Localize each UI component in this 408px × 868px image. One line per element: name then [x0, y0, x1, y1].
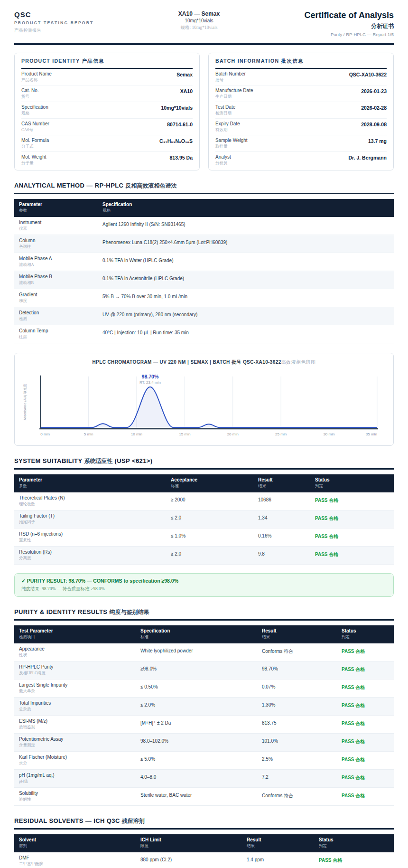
column-header: ICH Limit限度 — [136, 834, 242, 852]
certificate-page: QSC PRODUCT TESTING REPORT 产品检测报告 XA10 —… — [0, 0, 408, 868]
column-header: Parameter参数 — [14, 474, 166, 492]
status-badge: PASS 合格 — [314, 852, 394, 868]
header-divider-bar — [14, 43, 394, 45]
status-badge: PASS 合格 — [310, 510, 394, 528]
table-row: RSD (n=6 injections)重复性≤ 1.0%0.16%PASS 合… — [14, 528, 394, 547]
kv-row: Mol. Formula分子式C₃₇H₅₁N₉O₁₀S — [21, 135, 193, 152]
column-header: Solvent溶剂 — [14, 834, 136, 852]
card-title: BATCH INFORMATION 批次信息 — [215, 58, 387, 69]
table-row: RP-HPLC Purity反相HPLC纯度≥98.0%98.70%PASS 合… — [14, 661, 394, 679]
kv-value: 2026-02-28 — [361, 104, 387, 111]
table-row: Solubility溶解性Sterile water, BAC waterCon… — [14, 788, 394, 806]
kv-value: Dr. J. Bergmann — [348, 154, 387, 160]
y-axis-label: Absorbance (AU) 吸光度 — [23, 384, 27, 421]
kv-row: Manufacture Date生产日期2026-01-23 — [215, 85, 387, 102]
product-spec-cn: 规格: 10mg*10vials — [178, 25, 220, 31]
section-heading-analytical-method: ANALYTICAL METHOD — RP-HPLC 反相高效液相色谱法 — [14, 182, 394, 194]
kv-value: QSC-XA10-3622 — [349, 71, 387, 77]
column-header: Result结果 — [242, 834, 314, 852]
kv-row: CAS NumberCAS号80714-61-0 — [21, 119, 193, 135]
table-row: DMF二甲基甲酰胺880 ppm (Cl.2)1.4 ppmPASS 合格 — [14, 852, 394, 868]
status-badge: PASS 合格 — [310, 492, 394, 510]
coa-title-block: Certificate of Analysis 分析证书 Purity / RP… — [305, 10, 394, 37]
batch-information-card: BATCH INFORMATION 批次信息 Batch Number批号QSC… — [208, 53, 394, 170]
chromatogram-trace — [40, 387, 377, 427]
kv-row: Specification规格10mg*10vials — [21, 102, 193, 119]
kv-row: Product Name产品名称Semax — [21, 69, 193, 85]
column-header: Result结果 — [257, 625, 337, 643]
status-badge: PASS 合格 — [337, 679, 394, 698]
kv-value: 813.95 Da — [170, 154, 193, 160]
product-spec: 10mg*10vials — [178, 18, 220, 23]
section-heading-purity-results: PURITY & IDENTITY RESULTS 纯度与鉴别结果 — [14, 608, 394, 621]
kv-value: 80714-61-0 — [167, 121, 193, 127]
table-row: ESI-MS (M/z)质谱鉴别[M+H]⁺ ± 2 Da813.75PASS … — [14, 716, 394, 734]
page-subtitle: Purity / RP-HPLC — Report 1/5 — [305, 32, 394, 37]
column-header: Acceptance标准 — [166, 474, 253, 492]
purity-result-line: ✓ PURITY RESULT: 98.70% — CONFORMS to sp… — [21, 578, 387, 584]
page-title: Certificate of Analysis — [305, 10, 394, 20]
table-row: Column Temp柱温40°C | Injection: 10 μL | R… — [14, 325, 394, 343]
status-badge: PASS 合格 — [337, 643, 394, 661]
column-header: Result结果 — [253, 474, 310, 492]
product-identity-card: PRODUCT IDENTITY 产品信息 Product Name产品名称Se… — [14, 53, 200, 170]
product-title: XA10 — Semax — [178, 10, 220, 17]
chromatogram-plot: 98.70% RT: 23.4 min Absorbance (AU) 吸光度 … — [20, 369, 388, 443]
column-header: Test Parameter检测项目 — [14, 625, 136, 643]
purity-results-table: Test Parameter检测项目 Specification标准 Resul… — [14, 625, 394, 806]
kv-row: Sample Weight取样量13.7 mg — [215, 135, 387, 152]
brand-subtitle-cn: 产品检测报告 — [14, 28, 93, 34]
kv-row: Expiry Date有效期2028-09-08 — [215, 119, 387, 135]
kv-value: 2028-09-08 — [361, 121, 387, 127]
column-header: Parameter参数 — [14, 199, 98, 217]
table-row: Tailing Factor (T)拖尾因子≤ 2.01.34PASS 合格 — [14, 510, 394, 528]
header: QSC PRODUCT TESTING REPORT 产品检测报告 XA10 —… — [14, 10, 394, 37]
chromatogram-svg: 98.70% RT: 23.4 min Absorbance (AU) 吸光度 … — [20, 369, 388, 441]
table-row: Detection检测UV @ 220 nm (primary), 280 nm… — [14, 307, 394, 325]
status-badge: PASS 合格 — [310, 528, 394, 547]
x-tick: 15 min — [179, 432, 190, 436]
chart-title: HPLC CHROMATOGRAM — UV 220 NM | SEMAX | … — [20, 359, 388, 366]
brand-subtitle: PRODUCT TESTING REPORT — [14, 20, 93, 25]
analytical-method-table: Parameter参数 Specification规格 Instrument仪器… — [14, 199, 394, 343]
kv-value: Semax — [176, 71, 193, 77]
card-title: PRODUCT IDENTITY 产品信息 — [21, 58, 193, 69]
kv-value: 10mg*10vials — [161, 104, 193, 111]
status-badge: PASS 合格 — [337, 698, 394, 716]
table-row: Resolution (Rs)分离度≥ 2.09.8PASS 合格 — [14, 547, 394, 565]
table-row: Column色谱柱Phenomenex Luna C18(2) 250×4.6m… — [14, 235, 394, 253]
status-badge: PASS 合格 — [337, 788, 394, 806]
hplc-chromatogram-card: HPLC CHROMATOGRAM — UV 220 NM | SEMAX | … — [14, 353, 394, 446]
status-badge: PASS 合格 — [310, 547, 394, 565]
table-row: Instrument仪器Agilent 1260 Infinity II (S/… — [14, 217, 394, 235]
purity-result-banner: ✓ PURITY RESULT: 98.70% — CONFORMS to sp… — [14, 573, 394, 597]
x-tick: 35 min — [366, 432, 377, 436]
table-row: Total Impurities总杂质≤ 2.0%1.30%PASS 合格 — [14, 698, 394, 716]
table-row: Mobile Phase B流动相B0.1% TFA in Acetonitri… — [14, 271, 394, 289]
table-row: Appearance性状White lyophilized powderConf… — [14, 643, 394, 661]
table-row: Mobile Phase A流动相A0.1% TFA in Water (HPL… — [14, 253, 394, 271]
table-row: Gradient梯度5% B → 70% B over 30 min, 1.0 … — [14, 289, 394, 307]
status-badge: PASS 合格 — [337, 770, 394, 788]
column-header: Status判定 — [314, 834, 394, 852]
x-tick: 5 min — [84, 432, 93, 436]
table-row: Theoretical Plates (N)理论板数≥ 200010686PAS… — [14, 492, 394, 510]
table-row: Karl Fischer (Moisture)水分≤ 5.0%2.5%PASS … — [14, 752, 394, 770]
status-badge: PASS 合格 — [337, 661, 394, 679]
status-badge: PASS 合格 — [337, 716, 394, 734]
residual-solvents-table: Solvent溶剂 ICH Limit限度 Result结果 Status判定 … — [14, 834, 394, 868]
table-row: Largest Single Impurity最大单杂≤ 0.50%0.07%P… — [14, 679, 394, 698]
kv-value: C₃₇H₅₁N₉O₁₀S — [159, 138, 193, 144]
kv-row: Cat. No.货号XA10 — [21, 85, 193, 102]
brand-block: QSC PRODUCT TESTING REPORT 产品检测报告 — [14, 10, 93, 34]
purity-result-line-cn: 纯度结果: 98.70% — 符合质量标准 ≥98.0% — [21, 586, 387, 592]
section-heading-residual-solvents: RESIDUAL SOLVENTS — ICH Q3C 残留溶剂 — [14, 817, 394, 830]
x-tick: 30 min — [323, 432, 334, 436]
product-block: XA10 — Semax 10mg*10vials 规格: 10mg*10via… — [178, 10, 220, 31]
peak-purity-label: 98.70% — [142, 374, 159, 379]
page-title-cn: 分析证书 — [305, 22, 394, 30]
table-row: pH (1mg/mL aq.)pH值4.0–8.07.2PASS 合格 — [14, 770, 394, 788]
chromatogram-peak-fill — [40, 387, 377, 427]
section-heading-system-suitability: SYSTEM SUITABILITY 系统适应性 (USP <621>) — [14, 457, 394, 470]
kv-row: Batch Number批号QSC-XA10-3622 — [215, 69, 387, 85]
